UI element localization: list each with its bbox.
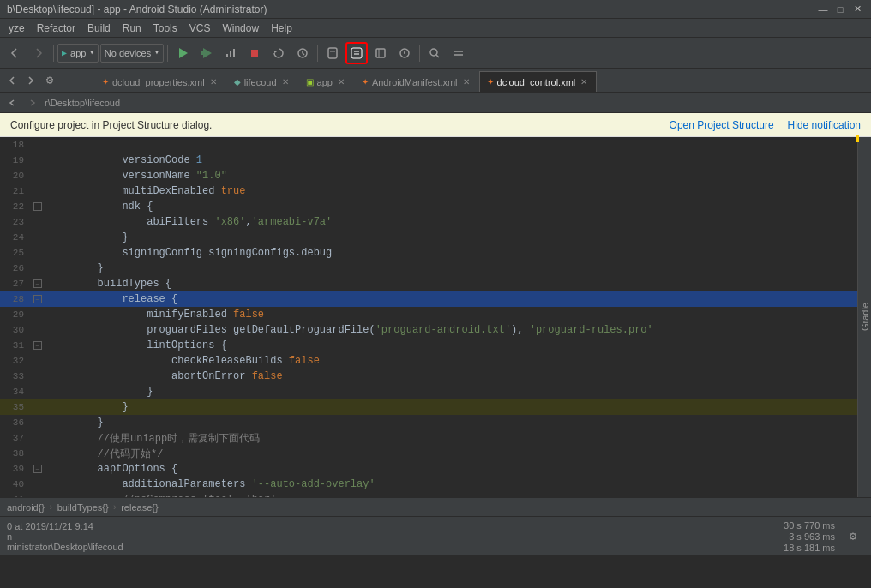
nav-right-btn[interactable]	[24, 94, 41, 111]
gradle-sidebar[interactable]: Gradle	[857, 137, 871, 497]
line-content[interactable]: buildTypes {	[45, 278, 859, 290]
fold-gutter: −	[31, 279, 45, 288]
status-right: 30 s 770 ms 3 s 963 ms 18 s 181 ms ⚙	[784, 520, 864, 553]
tab-dcloud-control[interactable]: ✦ dcloud_control.xml ✕	[479, 71, 598, 92]
line-number: 22	[0, 201, 31, 212]
breadcrumb-buildtypes[interactable]: buildTypes{}	[57, 502, 109, 513]
line-content[interactable]: additionalParameters '--auto-add-overlay…	[45, 478, 859, 490]
hide-notification-link[interactable]: Hide notification	[788, 119, 861, 131]
editor-area: 1819 versionCode 120 versionName "1.0"21…	[0, 137, 871, 497]
token: }	[48, 401, 129, 413]
fold-icon[interactable]: −	[33, 279, 42, 288]
run-button[interactable]	[171, 42, 194, 64]
sync-button[interactable]	[267, 42, 290, 64]
line-content[interactable]: versionName "1.0"	[45, 170, 859, 182]
status-settings-button[interactable]: ⚙	[842, 525, 864, 548]
line-content[interactable]: proguardFiles getDefaultProguardFile('pr…	[45, 324, 859, 336]
fold-icon[interactable]: −	[33, 341, 42, 350]
status-times: 30 s 770 ms 3 s 963 ms 18 s 181 ms	[784, 520, 835, 553]
line-content[interactable]: lintOptions {	[45, 339, 859, 351]
code-lines: 1819 versionCode 120 versionName "1.0"21…	[0, 137, 859, 497]
app-selector[interactable]: ▶ app ▾	[57, 44, 99, 63]
line-content[interactable]: abortOnError false	[45, 370, 859, 382]
gradle-sync-button[interactable]	[291, 42, 314, 64]
tab-app[interactable]: ▣ app ✕	[298, 71, 354, 92]
token: '--auto-add-overlay'	[252, 478, 375, 490]
fold-icon[interactable]: −	[33, 465, 42, 473]
fold-gutter: −	[31, 295, 45, 303]
line-content[interactable]: checkReleaseBuilds false	[45, 355, 859, 367]
tab-androidmanifest[interactable]: ✦ AndroidManifest.xml ✕	[354, 71, 479, 92]
open-project-structure-link[interactable]: Open Project Structure	[670, 119, 774, 131]
tab-lifecoud[interactable]: ◆ lifecoud ✕	[226, 71, 298, 92]
line-content[interactable]: ndk {	[45, 201, 859, 213]
profiler-button[interactable]	[393, 42, 416, 64]
menu-analyze[interactable]: yze	[3, 21, 30, 36]
menu-help[interactable]: Help	[266, 21, 297, 36]
line-content[interactable]: //代码开始*/	[45, 447, 859, 461]
status-bar: 0 at 2019/11/21 9:14 n ministrator\Deskt…	[0, 516, 871, 555]
nav-left-btn[interactable]	[3, 94, 21, 111]
svg-line-19	[436, 55, 439, 57]
line-content[interactable]: release {	[45, 293, 859, 305]
token: minifyEnabled	[48, 309, 233, 321]
avd-manager-button[interactable]	[321, 42, 344, 64]
sdk-manager-button[interactable]	[345, 42, 368, 64]
svg-rect-9	[328, 48, 337, 58]
line-content[interactable]: }	[45, 231, 859, 243]
line-content[interactable]: //noCompress 'foo', 'bar'	[45, 494, 859, 497]
breadcrumb-android[interactable]: android{}	[7, 502, 45, 513]
debug-button[interactable]	[195, 42, 218, 64]
maximize-button[interactable]: □	[833, 3, 847, 16]
line-content[interactable]: }	[45, 401, 859, 413]
line-content[interactable]: }	[45, 386, 859, 398]
menu-run[interactable]: Run	[117, 21, 147, 36]
settings-button[interactable]: ⚙	[41, 72, 58, 89]
back-button[interactable]	[3, 42, 26, 64]
navigate-left[interactable]	[3, 72, 21, 89]
tab-dcloud-properties[interactable]: ✦ dcloud_properties.xml ✕	[94, 71, 226, 92]
fold-icon[interactable]: −	[33, 202, 42, 211]
tab-close-lifecoud[interactable]: ✕	[280, 77, 291, 87]
tab-close-app[interactable]: ✕	[336, 77, 346, 87]
line-number: 31	[0, 340, 31, 351]
device-selector[interactable]: No devices ▾	[100, 44, 164, 63]
tab-close-control[interactable]: ✕	[579, 77, 589, 87]
forward-button[interactable]	[27, 42, 50, 64]
line-content[interactable]: versionCode 1	[45, 154, 859, 166]
token: lintOptions {	[48, 339, 227, 351]
token: ndk {	[48, 201, 153, 213]
breadcrumb-release[interactable]: release{}	[121, 502, 158, 513]
notification-bar: Configure project in Project Structure d…	[0, 113, 871, 137]
more-actions-button[interactable]	[448, 42, 470, 64]
line-content[interactable]: multiDexEnabled true	[45, 185, 859, 197]
minimize-button[interactable]: —	[816, 3, 830, 16]
code-editor: 1819 versionCode 120 versionName "1.0"21…	[0, 137, 859, 497]
menu-refactor[interactable]: Refactor	[32, 21, 81, 36]
token: false	[289, 355, 320, 367]
menu-window[interactable]: Window	[217, 21, 264, 36]
stop-button[interactable]	[243, 42, 266, 64]
menu-build[interactable]: Build	[82, 21, 116, 36]
close-button[interactable]: ✕	[850, 3, 864, 16]
navigate-right[interactable]	[22, 72, 39, 89]
line-content[interactable]: minifyEnabled false	[45, 309, 859, 321]
gradle-icon: ▣	[306, 77, 314, 87]
token: }	[48, 262, 104, 274]
fold-icon[interactable]: −	[33, 295, 42, 303]
line-content[interactable]: aaptOptions {	[45, 463, 859, 475]
tab-close-dcloud[interactable]: ✕	[208, 77, 219, 87]
tab-bar: ✦ dcloud_properties.xml ✕ ◆ lifecoud ✕ ▣…	[94, 69, 871, 92]
tab-close-manifest[interactable]: ✕	[461, 77, 472, 87]
line-content[interactable]: abiFilters 'x86','armeabi-v7a'	[45, 216, 859, 228]
search-everywhere-button[interactable]	[423, 42, 446, 64]
profile-button[interactable]	[219, 42, 242, 64]
hide-button[interactable]: —	[60, 72, 77, 89]
line-content[interactable]: //使用uniapp时，需复制下面代码	[45, 431, 859, 446]
line-content[interactable]: }	[45, 417, 859, 429]
menu-vcs[interactable]: VCS	[184, 21, 216, 36]
line-content[interactable]: }	[45, 262, 859, 274]
line-content[interactable]: signingConfig signingConfigs.debug	[45, 247, 859, 259]
menu-tools[interactable]: Tools	[148, 21, 183, 36]
device-file-explorer-button[interactable]	[369, 42, 392, 64]
